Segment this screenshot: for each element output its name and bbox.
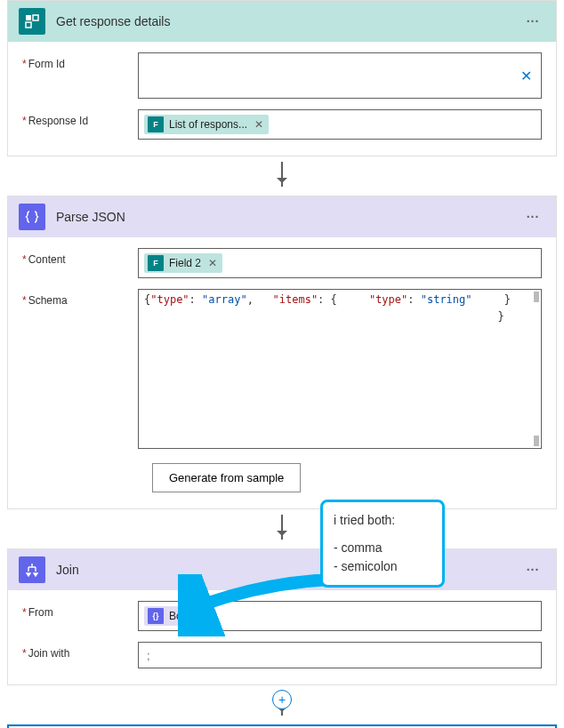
callout-line: i tried both:: [334, 511, 431, 530]
forms-glyph: [25, 14, 39, 28]
forms-icon: F: [148, 116, 164, 132]
card-header[interactable]: Get response details ···: [8, 1, 556, 42]
action-card-get-response: Get response details ··· *Form Id ✕ *Res…: [7, 0, 557, 156]
token-field-2[interactable]: F Field 2 ✕: [144, 253, 222, 273]
card-body: *Content F Field 2 ✕ *Schema { "type": "…: [8, 237, 556, 508]
field-label: *Content: [22, 248, 138, 266]
annotation-arrow: [178, 574, 338, 636]
field-label: *Join with: [22, 642, 138, 660]
connector-arrow: +: [7, 685, 557, 724]
forms-icon: F: [148, 255, 164, 271]
token-label: Field 2: [169, 257, 201, 269]
join-with-value: ;: [143, 649, 150, 662]
action-card-create-item: S Create item i ···: [7, 724, 557, 728]
token-remove-icon[interactable]: ✕: [254, 118, 263, 131]
scrollbar-thumb[interactable]: [534, 436, 539, 446]
field-row-schema: *Schema { "type": "array", "items": { "t…: [22, 289, 542, 449]
field-label: *From: [22, 601, 138, 619]
field-row-content: *Content F Field 2 ✕: [22, 248, 542, 278]
card-menu-button[interactable]: ···: [520, 563, 545, 577]
field-label: *Form Id: [22, 52, 138, 70]
forms-icon: [19, 8, 45, 35]
svg-rect-2: [26, 22, 31, 28]
generate-from-sample-button[interactable]: Generate from sample: [152, 463, 301, 492]
token-label: List of respons...: [169, 118, 247, 131]
connector-arrow: [7, 509, 557, 548]
join-with-input[interactable]: ;: [138, 642, 542, 668]
braces-glyph: [25, 210, 39, 224]
field-row-join-with: *Join with ;: [22, 642, 542, 668]
scrollbar-thumb[interactable]: [534, 292, 539, 302]
add-step-button[interactable]: +: [272, 690, 292, 709]
clear-icon[interactable]: ✕: [520, 68, 532, 84]
response-id-input[interactable]: F List of respons... ✕: [138, 109, 542, 140]
form-id-input[interactable]: ✕: [138, 52, 542, 99]
svg-rect-1: [33, 15, 38, 20]
card-header[interactable]: Parse JSON ···: [8, 196, 556, 237]
action-card-parse-json: Parse JSON ··· *Content F Field 2 ✕ *Sch…: [7, 196, 557, 509]
token-remove-icon[interactable]: ✕: [208, 257, 217, 269]
content-input[interactable]: F Field 2 ✕: [138, 248, 542, 278]
card-title: Get response details: [56, 14, 520, 28]
join-glyph: [25, 563, 39, 577]
connector-arrow: [7, 156, 557, 196]
callout-line: - semicolon: [334, 557, 431, 576]
token-list-of-responses[interactable]: F List of respons... ✕: [144, 115, 269, 134]
schema-input[interactable]: { "type": "array", "items": { "type": "s…: [138, 289, 542, 449]
card-title: Parse JSON: [56, 210, 520, 224]
data-operation-icon: {}: [148, 608, 164, 624]
field-row-form-id: *Form Id ✕: [22, 52, 542, 99]
field-row-response-id: *Response Id F List of respons... ✕: [22, 109, 542, 140]
field-label: *Response Id: [22, 109, 138, 127]
field-label: *Schema: [22, 289, 138, 307]
card-body: *Form Id ✕ *Response Id F List of respon…: [8, 42, 556, 156]
data-operation-icon: [19, 556, 45, 583]
annotation-callout: i tried both: - comma - semicolon: [320, 500, 445, 588]
card-menu-button[interactable]: ···: [520, 14, 545, 28]
card-menu-button[interactable]: ···: [520, 210, 545, 224]
svg-rect-0: [26, 15, 31, 20]
callout-line: - comma: [334, 539, 431, 557]
data-operation-icon: [19, 204, 45, 230]
